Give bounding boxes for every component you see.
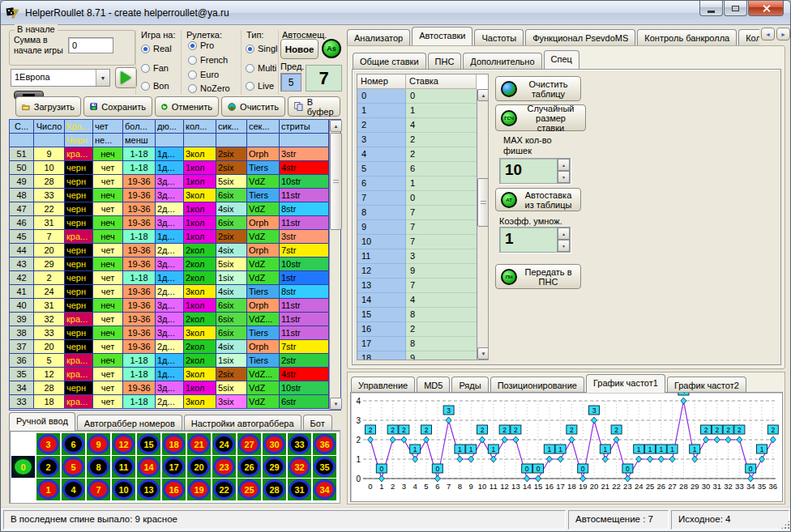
bet-number[interactable]: 9 [357, 220, 406, 235]
bets-row[interactable]: 32 [357, 133, 477, 147]
tab-rows[interactable]: Ряды [451, 377, 488, 393]
multiplier-spinner[interactable]: 1 ▲▼ [499, 227, 571, 253]
tab-bankroll[interactable]: Контроль банкролла [637, 29, 737, 45]
spin-up-icon[interactable]: ▲ [558, 159, 570, 171]
number-button-24[interactable]: 24 [212, 433, 236, 455]
tab-pns[interactable]: ПНС [428, 53, 462, 69]
bet-value[interactable]: 1 [406, 104, 477, 118]
spin-down-icon[interactable]: ▼ [558, 171, 570, 183]
tab-bot[interactable]: Бот [303, 415, 332, 431]
bet-value[interactable]: 8 [406, 308, 477, 322]
bet-number[interactable]: 6 [357, 177, 406, 191]
chevron-down-icon[interactable]: ▼ [96, 70, 109, 86]
number-button-6[interactable]: 6 [62, 433, 85, 455]
number-button-2[interactable]: 2 [36, 456, 60, 478]
scroll-down-icon[interactable]: ▼ [477, 347, 488, 360]
radio-bon[interactable]: Bon [141, 81, 169, 91]
spin-up-icon[interactable]: ▲ [558, 228, 570, 240]
bet-number[interactable]: 7 [357, 191, 406, 206]
number-button-36[interactable]: 36 [313, 433, 336, 455]
bet-number[interactable]: 11 [357, 249, 406, 264]
number-button-0[interactable]: 0 [11, 456, 35, 478]
scroll-up-icon[interactable]: ▲ [477, 89, 488, 101]
bet-value[interactable]: 9 [406, 351, 477, 360]
scrollbar-thumb[interactable] [330, 133, 342, 230]
radio-multi[interactable]: Multi [246, 63, 276, 73]
bet-value[interactable]: 9 [406, 264, 477, 279]
bet-number[interactable]: 12 [357, 264, 406, 279]
bets-col-stake[interactable]: Ставка [406, 74, 477, 89]
scroll-down-icon[interactable]: ▼ [330, 398, 342, 410]
bet-value[interactable]: 8 [406, 337, 477, 351]
number-button-7[interactable]: 7 [87, 479, 110, 500]
tab-freq-chart2[interactable]: График частот2 [667, 377, 746, 393]
save-button[interactable]: Сохранить [83, 96, 152, 117]
close-button[interactable] [748, 1, 784, 16]
bet-number[interactable]: 4 [357, 147, 406, 162]
number-button-29[interactable]: 29 [263, 456, 286, 478]
bets-row[interactable]: 00 [357, 89, 477, 104]
bet-value[interactable]: 4 [406, 293, 477, 308]
tab-control[interactable]: Управление [351, 377, 415, 393]
number-button-5[interactable]: 5 [62, 456, 85, 478]
history-scrollbar[interactable]: ▲ ▼ [329, 120, 340, 410]
bets-row[interactable]: 178 [357, 337, 477, 351]
bet-number[interactable]: 15 [357, 308, 406, 322]
number-button-9[interactable]: 9 [87, 433, 110, 455]
table-select[interactable]: 1Европа ▼ [11, 69, 110, 87]
bets-col-number[interactable]: Номер [357, 74, 406, 89]
bet-number[interactable]: 8 [357, 206, 406, 220]
bet-number[interactable]: 5 [357, 162, 406, 177]
bets-row[interactable]: 158 [357, 308, 477, 322]
radio-french[interactable]: French [188, 55, 228, 65]
number-button-13[interactable]: 13 [137, 479, 160, 500]
bets-row[interactable]: 129 [357, 264, 477, 279]
tab-freq-chart1[interactable]: График частот1 [586, 374, 665, 393]
bet-value[interactable]: 2 [406, 133, 477, 147]
bet-value[interactable]: 2 [406, 322, 477, 337]
tab-analyzer[interactable]: Анализатор [347, 29, 410, 45]
number-button-22[interactable]: 22 [212, 479, 236, 500]
number-button-8[interactable]: 8 [87, 456, 110, 478]
bets-row[interactable]: 162 [357, 322, 477, 337]
bet-value[interactable]: 1 [406, 177, 477, 191]
bet-value[interactable]: 7 [406, 220, 477, 235]
autobet-from-table-button[interactable]: АТ Автоставка из таблицы [495, 188, 581, 211]
bet-number[interactable]: 2 [357, 118, 406, 133]
number-button-35[interactable]: 35 [313, 456, 336, 478]
radio-live[interactable]: Live [246, 81, 274, 91]
load-button[interactable]: Загрузить [15, 96, 81, 117]
number-button-1[interactable]: 1 [36, 479, 60, 500]
tabs-scroll-left-icon[interactable]: ◄ [761, 28, 775, 40]
tab-autobets[interactable]: Автоставки [412, 27, 472, 45]
bets-row[interactable]: 97 [357, 220, 477, 235]
number-button-30[interactable]: 30 [263, 433, 286, 455]
bets-row[interactable]: 24 [357, 118, 477, 133]
number-button-14[interactable]: 14 [137, 456, 160, 478]
number-button-28[interactable]: 28 [263, 479, 286, 500]
radio-nozero[interactable]: NoZero [188, 83, 230, 93]
bets-row[interactable]: 189 [357, 351, 477, 360]
bet-number[interactable]: 18 [357, 351, 406, 360]
send-to-pns-button[interactable]: ПН Передать в ПНС [495, 264, 581, 289]
number-button-19[interactable]: 19 [187, 479, 211, 500]
tab-frequencies[interactable]: Частоты [474, 29, 524, 45]
number-button-11[interactable]: 11 [112, 456, 135, 478]
number-button-10[interactable]: 10 [112, 479, 135, 500]
bets-row[interactable]: 11 [357, 104, 477, 118]
new-button[interactable]: Новое [280, 39, 319, 59]
max-chips-spinner[interactable]: 10 ▲▼ [499, 158, 571, 184]
bet-value[interactable]: 7 [406, 235, 477, 249]
tab-spec[interactable]: Спец [544, 50, 579, 69]
start-sum-input[interactable] [68, 37, 113, 53]
tab-psevdoms[interactable]: Функционал PsevdoMS [525, 29, 635, 45]
bet-number[interactable]: 1 [357, 104, 406, 118]
number-button-33[interactable]: 33 [288, 433, 311, 455]
bet-number[interactable]: 3 [357, 133, 406, 147]
bet-number[interactable]: 14 [357, 293, 406, 308]
spin-down-icon[interactable]: ▼ [558, 240, 570, 252]
tab-grabber-settings[interactable]: Настройки автограббера [184, 415, 301, 431]
tab-common-bets[interactable]: Общие ставки [353, 53, 426, 69]
play-button[interactable] [115, 67, 137, 88]
bet-value[interactable]: 0 [406, 89, 477, 104]
